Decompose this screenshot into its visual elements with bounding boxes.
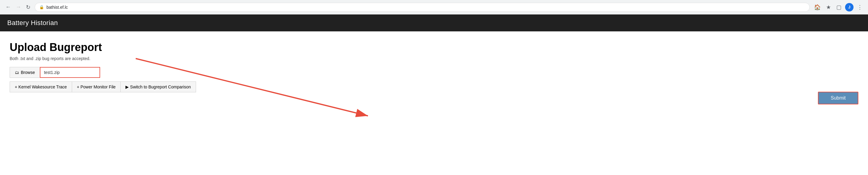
power-monitor-label: + Power Monitor File <box>77 85 116 89</box>
folder-icon: 🗂 <box>15 70 19 75</box>
url-text: bathist.ef.lc <box>46 5 68 10</box>
main-content: Upload Bugreport Both .txt and .zip bug … <box>0 31 868 108</box>
browser-actions: 🏠 ★ ▢ J ⋮ <box>812 3 864 12</box>
page-subtitle: Both .txt and .zip bug reports are accep… <box>10 56 858 61</box>
submit-button[interactable]: Submit <box>818 92 858 105</box>
power-monitor-button[interactable]: + Power Monitor File <box>72 82 121 92</box>
lock-icon: 🔒 <box>39 5 44 9</box>
file-name-display: test1.zip <box>40 67 100 78</box>
reload-button[interactable]: ↻ <box>24 3 32 12</box>
address-bar[interactable]: 🔒 bathist.ef.lc <box>35 3 810 12</box>
switch-comparison-label: ▶ Switch to Bugreport Comparison <box>125 85 191 89</box>
page-title: Upload Bugreport <box>10 41 858 54</box>
browser-chrome: ← → ↻ 🔒 bathist.ef.lc 🏠 ★ ▢ J ⋮ <box>0 0 868 14</box>
file-name-text: test1.zip <box>44 70 60 75</box>
app-title: Battery Historian <box>7 19 58 27</box>
switch-comparison-button[interactable]: ▶ Switch to Bugreport Comparison <box>121 82 196 92</box>
forward-button[interactable]: → <box>14 3 23 11</box>
kernel-trace-label: + Kernel Wakesource Trace <box>15 85 67 89</box>
kernel-trace-button[interactable]: + Kernel Wakesource Trace <box>10 82 72 92</box>
browse-label: Browse <box>21 70 35 75</box>
user-avatar[interactable]: J <box>845 3 854 11</box>
action-buttons-row: + Kernel Wakesource Trace + Power Monito… <box>10 82 858 92</box>
nav-buttons: ← → ↻ <box>4 3 32 12</box>
file-input-row: 🗂 Browse test1.zip <box>10 67 858 78</box>
browse-button[interactable]: 🗂 Browse <box>10 67 40 78</box>
translate-icon[interactable]: 🏠 <box>812 3 823 12</box>
app-header: Battery Historian <box>0 14 868 31</box>
back-button[interactable]: ← <box>4 3 13 11</box>
split-screen-icon[interactable]: ▢ <box>835 3 843 12</box>
menu-icon[interactable]: ⋮ <box>855 3 864 12</box>
bookmark-icon[interactable]: ★ <box>824 3 833 12</box>
submit-area: Submit <box>818 92 858 105</box>
